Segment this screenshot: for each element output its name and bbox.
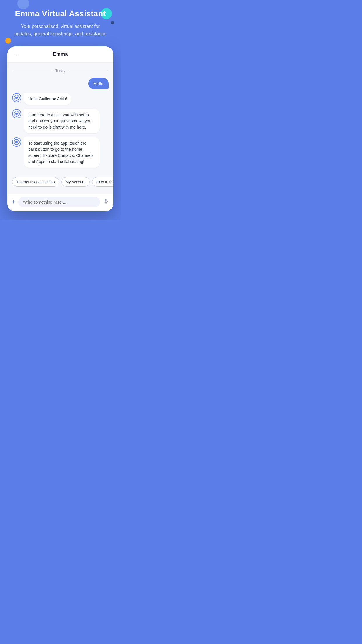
chat-area: Today Hello xyxy=(7,63,113,194)
quick-replies-container: Internet usage settings My Account How t… xyxy=(7,174,113,191)
phone-mockup: ← Emma Today Hello xyxy=(7,46,113,211)
message-bot-intro: I am here to assist you with setup and a… xyxy=(12,109,109,133)
app-subtitle: Your personalised, virtual assistant for… xyxy=(12,23,109,38)
date-divider-text: Today xyxy=(55,69,66,73)
back-button[interactable]: ← xyxy=(13,51,19,58)
quick-reply-how-to-us[interactable]: How to us xyxy=(92,177,113,187)
page-container: Emma Virtual Assistant Your personalised… xyxy=(0,0,121,220)
date-divider-line-right xyxy=(68,71,108,71)
emma-avatar-icon-1 xyxy=(12,93,21,102)
bot-bubble-greeting: Hello Guillermo Acilu! xyxy=(24,93,71,105)
svg-point-8 xyxy=(15,141,18,143)
bot-bubble-instructions-text: To start using the app, touch the back b… xyxy=(28,141,93,164)
mic-icon[interactable] xyxy=(103,198,109,206)
quick-reply-internet-settings[interactable]: Internet usage settings xyxy=(12,177,59,187)
emma-avatar-icon-2 xyxy=(12,109,21,118)
user-bubble-hello-text: Hello xyxy=(94,81,103,86)
plus-icon[interactable]: + xyxy=(12,199,15,205)
app-title: Emma Virtual Assistant xyxy=(12,9,109,19)
date-divider: Today xyxy=(7,66,113,76)
svg-point-5 xyxy=(15,113,18,115)
chat-header: ← Emma xyxy=(7,46,113,63)
svg-rect-9 xyxy=(105,199,107,202)
bot-bubble-intro: I am here to assist you with setup and a… xyxy=(24,109,100,133)
quick-reply-my-account[interactable]: My Account xyxy=(61,177,90,187)
bot-bubble-intro-text: I am here to assist you with setup and a… xyxy=(28,113,91,130)
chat-screen-title: Emma xyxy=(22,51,99,57)
input-bar: + xyxy=(7,194,113,211)
message-bot-instructions: To start using the app, touch the back b… xyxy=(12,137,109,168)
svg-point-2 xyxy=(15,97,18,99)
emma-avatar-icon-3 xyxy=(12,137,21,147)
message-bot-greeting: Hello Guillermo Acilu! xyxy=(12,93,109,105)
date-divider-line-left xyxy=(13,71,52,71)
message-user-hello: Hello xyxy=(12,78,109,89)
chat-input-field[interactable] xyxy=(18,197,100,207)
bot-bubble-instructions: To start using the app, touch the back b… xyxy=(24,137,100,168)
header-area: Emma Virtual Assistant Your personalised… xyxy=(0,0,121,43)
messages-container: Hello Hello Guillermo Acilu! xyxy=(7,76,113,174)
user-bubble-hello: Hello xyxy=(88,78,109,89)
bot-bubble-greeting-text: Hello Guillermo Acilu! xyxy=(28,97,67,101)
